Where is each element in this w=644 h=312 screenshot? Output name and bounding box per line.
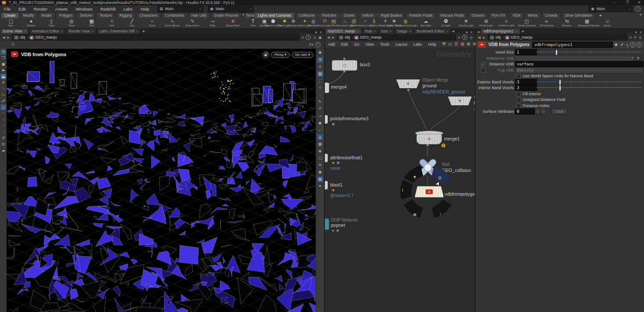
close-tab-icon[interactable]: × [389,29,391,33]
shelf-tool-inputs[interactable]: ⌸Inputs [597,18,617,28]
node-output-dot[interactable] [427,144,429,146]
menu-assets[interactable]: Assets [51,6,72,12]
gear-icon[interactable]: ✱ [613,43,619,47]
node-merge1[interactable]: ✣ [416,134,442,144]
scene-material-icon[interactable]: ❒ [0,55,6,61]
shelf-tool-path[interactable]: ⤳Path [203,18,223,28]
param-checkbox[interactable] [516,97,521,102]
node-pointsfromvolume1[interactable] [325,115,328,124]
tab-bookmark-editor[interactable]: Bookmark Editor× [414,28,451,34]
network-canvas[interactable]: Geometry ▢ box3 merge4 pointsfromvolume1… [325,47,475,312]
param-checkbox[interactable] [516,104,521,108]
shelf-tab-drive-simulation[interactable]: Drive Simulation [562,12,596,18]
gem-icon[interactable]: ◈ [317,148,323,154]
info-icon[interactable]: i [630,42,635,47]
pin-icon[interactable]: ✛ [633,36,637,39]
shelf-tab-modify[interactable]: Modify [20,12,38,18]
secure-selection-icon[interactable]: ⬓ [0,74,6,79]
shelf-tool-spray-paint[interactable]: ✺Spray Paint [223,18,243,28]
menu-edit[interactable]: Edit [14,6,29,12]
stow-icon[interactable]: ▣ [318,36,322,39]
shelf-tool-sphere[interactable]: ●Sphere [21,18,41,28]
menu-file[interactable]: File [0,6,14,12]
snap-point-magnet-icon[interactable]: ∩ [0,123,6,129]
param-input[interactable]: surface [515,61,644,67]
param-input[interactable]: 0 [515,108,537,115]
pane-menu-icon[interactable]: ▼ [639,31,642,34]
ring-output-icon[interactable]: ↑ [439,212,441,216]
shelf-tab-pyro-fx[interactable]: Pyro FX [488,12,509,18]
desktop-selector[interactable]: ◉ Main ÷ [208,6,254,12]
param-slider[interactable] [536,52,641,52]
viewport-canvas[interactable]: ∞ VDB from Polygons Persp ▾ No cam ▾ [7,49,317,312]
close-tab-icon[interactable]: × [374,29,376,33]
new-tab-button[interactable]: + [452,29,455,34]
radial-menu-icon[interactable]: ◎ [639,36,642,39]
param-checkbox[interactable] [516,74,521,79]
path-dropdown-icon[interactable]: ▾ [630,36,631,39]
shelf-tab-guide-process[interactable]: Guide Process [210,12,242,18]
tab-back-icon[interactable]: ◀ [477,30,479,34]
tab-render-view[interactable]: Render View× [66,28,96,34]
shelf-tool-volume-light[interactable]: ✧Volume Light [355,18,375,28]
close-tab-icon[interactable]: × [446,29,448,33]
shelf-tab-lights-and-cameras[interactable]: Lights and Cameras [254,12,295,18]
corner-icon[interactable]: ⌐ [317,127,323,133]
tab-out[interactable]: /out× [379,28,394,34]
close-tab-icon[interactable]: × [92,29,94,33]
pane-menu-icon[interactable]: ▼ [319,31,322,34]
checker-icon[interactable]: ▩ [317,141,323,147]
net-menu-view[interactable]: View [363,42,377,47]
frame-count-icon[interactable]: 1 [306,35,311,40]
shelf-tool-distant-light[interactable]: ☀Distant Light [375,18,395,28]
shelf-tool-geometry-light[interactable]: ♨Geometry Light [335,18,355,28]
param-input[interactable]: 3 [515,85,537,91]
shelf-tool-sky-light[interactable]: ☁Sky Light [416,18,436,28]
shelf-tool-line[interactable]: ╱Line [122,18,142,28]
close-tab-icon[interactable]: × [61,29,63,33]
shelf-tab-constraints[interactable]: Constraints [162,12,188,18]
shelf-tool-circle[interactable]: ○Circle [142,18,162,28]
output-badge-icon[interactable]: ▲ [331,229,334,232]
close-tab-icon[interactable]: × [409,29,411,33]
pane-layout-spinner[interactable]: ÷ [190,7,201,11]
slider-handle[interactable] [555,50,558,55]
pane-menu-icon[interactable]: ▼ [470,31,473,34]
axis-cross-icon[interactable]: ✕ [317,162,323,168]
pane-maximize-icon[interactable]: ■ [635,31,637,34]
snapshot-lamp-icon[interactable]: ☀ [0,49,6,55]
translate-icon[interactable]: ⤡ [0,86,6,92]
forward-icon[interactable]: ▶ [332,36,334,39]
path-obj[interactable]: ⌂obj [490,35,501,39]
shelf-tab-model[interactable]: Model [38,12,55,18]
pose-icon[interactable]: ☍ [0,98,6,104]
param-checkbox[interactable] [516,92,521,97]
menu-windows[interactable]: Windows [71,6,96,12]
node-output-dot[interactable] [343,71,345,72]
forward-icon[interactable]: ▶ [7,36,10,39]
display-options-icon[interactable]: ✱ [317,50,323,56]
normals-icon[interactable]: ◅ [317,113,323,119]
shelf-tab-vellum[interactable]: Vellum [359,12,377,18]
path-geo-manju[interactable]: ◆GEO_manju [354,35,382,39]
handles-icon[interactable]: ✥ [0,80,6,86]
network-path-field[interactable]: ⌂obj › ◆GEO_manju [337,34,456,40]
shelf-tool-curve-bezier[interactable]: ∿Curve Bezier [162,18,182,28]
shelf-tab-polygon[interactable]: Polygon [56,12,76,18]
multiparm-spinner[interactable]: ↕ [535,108,541,115]
shelf-tool-area-light[interactable]: ⊓Area Light [315,18,335,28]
shelf-tab-deform[interactable]: Deform [76,12,96,18]
shelf-tool-stereo-camera[interactable]: ◫Stereo Camera [516,18,537,28]
clear-button[interactable]: Clear [551,108,568,115]
menu-redshift[interactable]: Redshift [96,6,120,12]
shelf-tool-spot-light[interactable]: ✦Spot Light [295,18,315,28]
ring-freeze-icon[interactable]: ❄ [413,212,416,217]
shelf-tab-particle-fluids[interactable]: Particle Fluids [406,12,436,18]
back-icon[interactable]: ◀ [327,36,330,39]
node-ground[interactable]: ▼ [396,79,420,88]
new-tab-button[interactable]: + [522,29,524,34]
dot-icon[interactable]: · [317,92,323,98]
warning-badge-icon[interactable]: ! [441,143,445,147]
param-input[interactable] [515,55,633,61]
shelf-tool-null[interactable]: ✛Null [102,18,122,28]
